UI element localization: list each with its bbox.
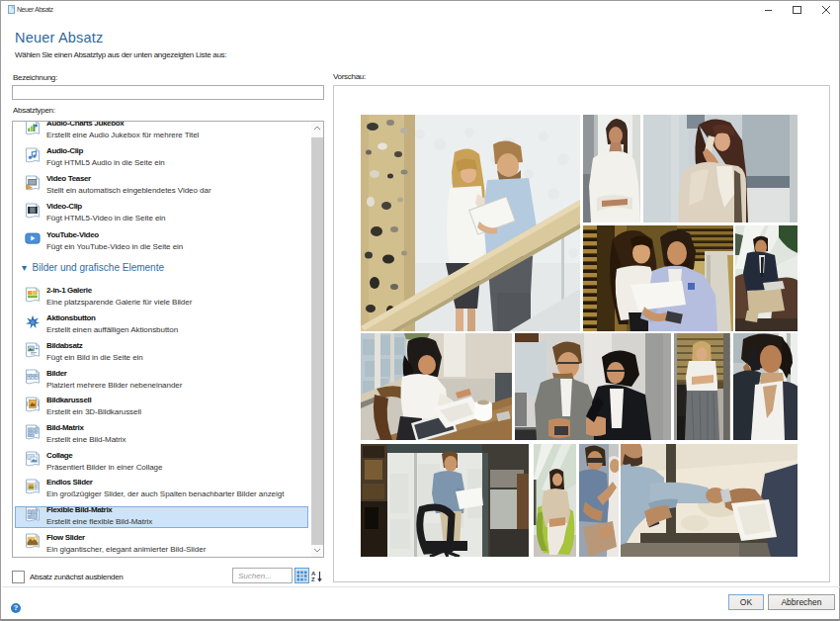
svg-text:A: A [311, 571, 316, 577]
svg-text:Z: Z [311, 577, 315, 582]
